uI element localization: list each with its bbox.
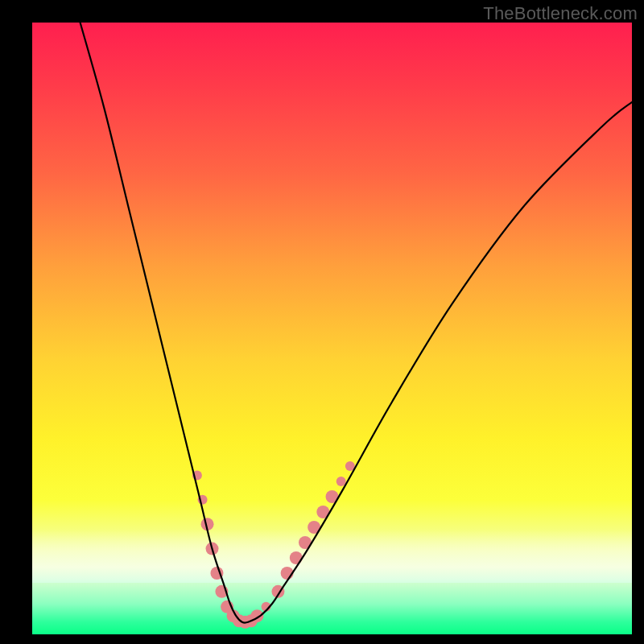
marker-dot xyxy=(336,477,346,486)
watermark-label: TheBottleneck.com xyxy=(483,3,638,24)
marker-group xyxy=(192,461,355,629)
bottleneck-curve xyxy=(80,23,632,623)
plot-area xyxy=(32,23,632,634)
curve-layer xyxy=(32,23,632,634)
chart-container: TheBottleneck.com xyxy=(0,0,644,644)
marker-dot xyxy=(290,551,303,564)
